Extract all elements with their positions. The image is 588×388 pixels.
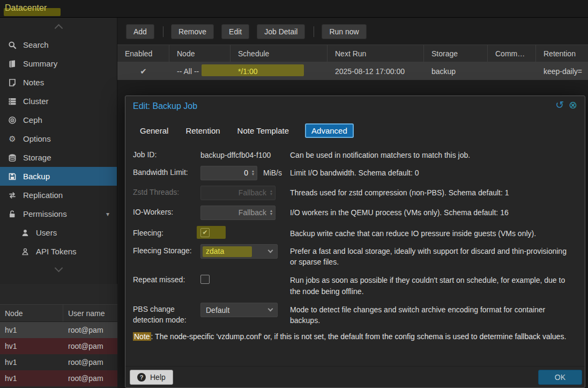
help-button[interactable]: ? Help bbox=[130, 370, 173, 385]
jobs-toolbar: AddRemoveEditJob DetailRun now bbox=[117, 24, 374, 39]
chevron-down-icon bbox=[268, 306, 273, 312]
storage-icon bbox=[8, 153, 17, 162]
tasks-panel: NodeUser name hv1root@pamhv1root@pamhv1r… bbox=[0, 284, 125, 388]
edit-backup-job-dialog: Edit: Backup Job ↺ ⊗ GeneralRetentionNot… bbox=[125, 96, 585, 388]
column-header-label: Comm… bbox=[495, 49, 525, 58]
sidebar-item-cluster[interactable]: Cluster bbox=[0, 92, 117, 111]
jobs-column-header-comm-[interactable]: Comm… bbox=[488, 45, 536, 62]
sidebar: SearchSummaryNotesClusterCeph⚙OptionsSto… bbox=[0, 18, 117, 284]
field-label-zstd-threads: Zstd Threads: bbox=[133, 185, 200, 198]
sidebar-item-permissions[interactable]: Permissions▾ bbox=[0, 204, 117, 223]
sidebar-item-label: Notes bbox=[23, 78, 44, 87]
chevron-up-icon[interactable] bbox=[54, 24, 63, 33]
field-control-repeat-missed bbox=[200, 273, 290, 285]
task-user-cell: root@pam bbox=[63, 374, 125, 383]
page-title: Datacenter bbox=[5, 3, 47, 13]
task-row[interactable]: hv1root@pam bbox=[0, 354, 125, 370]
sidebar-item-ceph[interactable]: Ceph bbox=[0, 111, 117, 129]
field-description-fleecing: Backup write cache that can reduce IO pr… bbox=[290, 226, 575, 239]
field-description-pbs-change-detection-mode: Mode to detect file changes and switch a… bbox=[290, 302, 575, 326]
chevron-down-icon bbox=[268, 247, 273, 253]
next-run-cell: 2025-08-12 17:00:00 bbox=[328, 62, 424, 80]
sidebar-item-users[interactable]: Users bbox=[0, 223, 117, 242]
schedule-value: */1:00 bbox=[238, 67, 258, 76]
toolbar-button-job-detail[interactable]: Job Detail bbox=[257, 24, 305, 39]
task-user-cell: root@pam bbox=[63, 326, 125, 334]
spinner-arrows-icon[interactable]: ▴▾ bbox=[252, 170, 254, 176]
jobs-column-header-next-run[interactable]: Next Run bbox=[328, 45, 424, 62]
retention-cell: keep-daily= bbox=[536, 62, 588, 80]
bandwidth-limit-spinner[interactable]: 0▴▾ bbox=[200, 166, 257, 180]
chevron-down-icon[interactable] bbox=[54, 264, 63, 273]
jobs-column-header-storage[interactable]: Storage bbox=[424, 45, 488, 62]
enabled-check-icon: ✔ bbox=[140, 67, 147, 76]
sidebar-item-storage[interactable]: Storage bbox=[0, 148, 117, 167]
tab-retention[interactable]: Retention bbox=[184, 124, 221, 137]
unlock-icon bbox=[8, 210, 17, 218]
jobs-column-header-retention[interactable]: Retention bbox=[536, 45, 588, 62]
sidebar-item-label: Search bbox=[23, 40, 49, 49]
tab-advanced[interactable]: Advanced bbox=[305, 123, 354, 138]
enabled-cell: ✔ bbox=[117, 62, 169, 80]
sidebar-item-search[interactable]: Search bbox=[0, 35, 117, 54]
sidebar-item-summary[interactable]: Summary bbox=[0, 54, 117, 73]
repeat-missed-checkbox[interactable] bbox=[200, 275, 210, 284]
job-id-value: backup-dffcfb04-f100 bbox=[200, 148, 271, 161]
field-row-fleecing: Fleecing:✔Backup write cache that can re… bbox=[133, 226, 575, 239]
caret-down-icon[interactable]: ▾ bbox=[106, 210, 109, 218]
field-label-fleecing: Fleecing: bbox=[133, 226, 200, 239]
toolbar-button-edit[interactable]: Edit bbox=[221, 24, 249, 39]
field-row-repeat-missed: Repeat missed:Run jobs as soon as possib… bbox=[133, 273, 575, 297]
field-row-zstd-threads: Zstd Threads:Fallback▴▾Threads used for … bbox=[133, 185, 575, 200]
fleecing-storage-select[interactable]: zdata bbox=[200, 244, 278, 259]
jobs-column-header-node[interactable]: Node bbox=[169, 45, 230, 62]
sidebar-item-backup[interactable]: Backup bbox=[0, 167, 117, 186]
tasks-column-header-user-name[interactable]: User name bbox=[63, 305, 125, 321]
dialog-header: Edit: Backup Job ↺ ⊗ bbox=[125, 96, 585, 118]
toolbar-button-add[interactable]: Add bbox=[126, 24, 154, 39]
column-header-label: Retention bbox=[544, 49, 576, 58]
field-control-zstd-threads: Fallback▴▾ bbox=[200, 185, 290, 200]
search-icon bbox=[8, 41, 17, 49]
sidebar-item-replication[interactable]: Replication bbox=[0, 186, 117, 204]
sidebar-item-label: Users bbox=[36, 228, 57, 237]
ok-button[interactable]: OK bbox=[538, 370, 582, 385]
sidebar-item-notes[interactable]: Notes bbox=[0, 73, 117, 92]
top-bar: Datacenter bbox=[0, 0, 588, 18]
fleecing-checkbox[interactable]: ✔ bbox=[200, 228, 210, 237]
field-label-pbs-change-detection-mode: PBS change detection mode: bbox=[133, 302, 200, 325]
toolbar-button-remove[interactable]: Remove bbox=[171, 24, 214, 39]
jobs-column-header-enabled[interactable]: Enabled bbox=[117, 45, 169, 62]
close-icon[interactable]: ⊗ bbox=[569, 100, 577, 110]
book-icon bbox=[8, 60, 17, 68]
field-row-job-id: Job ID:backup-dffcfb04-f100Can be used i… bbox=[133, 148, 575, 161]
tasks-column-header-node[interactable]: Node bbox=[0, 305, 63, 321]
replication-icon bbox=[8, 191, 17, 200]
toolbar-button-run-now[interactable]: Run now bbox=[322, 24, 366, 39]
reset-undo-icon[interactable]: ↺ bbox=[555, 100, 564, 110]
sidebar-item-label: Summary bbox=[23, 59, 57, 68]
sidebar-item-options[interactable]: ⚙Options bbox=[0, 129, 117, 148]
tab-general[interactable]: General bbox=[139, 124, 169, 137]
jobs-column-header-schedule[interactable]: Schedule bbox=[230, 45, 328, 62]
tab-note-template[interactable]: Note Template bbox=[236, 124, 290, 137]
spinner-arrows-icon[interactable]: ▴▾ bbox=[270, 209, 272, 216]
dialog-body: Job ID:backup-dffcfb04-f100Can be used i… bbox=[125, 141, 585, 342]
io-workers-spinner[interactable]: Fallback▴▾ bbox=[200, 206, 276, 220]
field-label-fleecing-storage: Fleecing Storage: bbox=[133, 244, 200, 257]
task-node-cell: hv1 bbox=[0, 374, 63, 383]
fleecing-storage-value: zdata bbox=[201, 247, 224, 255]
sidebar-item-label: Cluster bbox=[23, 97, 49, 106]
task-row[interactable]: hv1root@pam bbox=[0, 338, 125, 354]
dialog-tabs: GeneralRetentionNote TemplateAdvanced bbox=[125, 120, 585, 141]
column-header-label: Next Run bbox=[335, 49, 366, 58]
sidebar-item-label: Backup bbox=[23, 172, 50, 181]
sidebar-item-api-tokens[interactable]: API Tokens bbox=[0, 242, 117, 261]
field-label-bandwidth-limit: Bandwidth Limit: bbox=[133, 165, 200, 178]
pbs-change-detection-mode-select[interactable]: Default bbox=[200, 303, 278, 317]
spinner-arrows-icon: ▴▾ bbox=[270, 189, 272, 196]
task-user-cell: root@pam bbox=[63, 358, 125, 367]
task-row[interactable]: hv1root@pam bbox=[0, 322, 125, 338]
task-row[interactable]: hv1root@pam bbox=[0, 370, 125, 386]
jobs-table-row[interactable]: ✔-- All --*/1:002025-08-12 17:00:00backu… bbox=[117, 62, 588, 80]
